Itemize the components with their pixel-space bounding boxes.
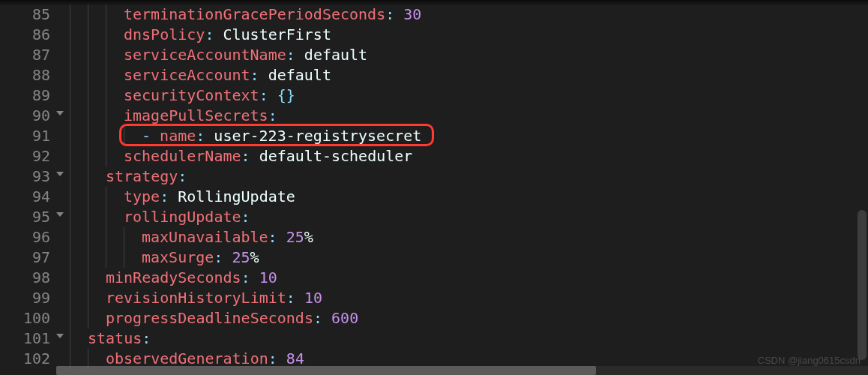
code-line[interactable]: terminationGracePeriodSeconds: 30 — [70, 4, 868, 25]
token: : — [385, 5, 394, 23]
code-line[interactable]: imagePullSecrets: — [70, 106, 868, 126]
line-number: 86 — [0, 25, 56, 45]
code-line[interactable]: maxSurge: 25% — [70, 248, 868, 268]
token — [268, 86, 277, 104]
indent-guide — [88, 227, 88, 248]
indent-guide — [106, 207, 106, 227]
line-number: 97 — [0, 248, 56, 268]
token: strategy — [106, 167, 178, 185]
code-line[interactable]: progressDeadlineSeconds: 600 — [70, 308, 868, 328]
indent-guide — [70, 207, 70, 227]
code-line[interactable]: revisionHistoryLimit: 10 — [70, 288, 868, 308]
line-number: 96 — [0, 227, 56, 248]
code-line[interactable]: minReadySeconds: 10 — [70, 268, 868, 288]
code-line[interactable]: securityContext: {} — [70, 86, 868, 106]
token: : — [214, 248, 223, 266]
token: observedGeneration — [106, 350, 268, 368]
token: maxUnavailable — [142, 228, 268, 246]
indent-guide — [106, 65, 106, 86]
indent-guide — [70, 187, 70, 207]
token: default-scheduler — [250, 147, 413, 165]
line-number: 95 — [0, 207, 56, 227]
token: : — [241, 147, 250, 165]
token: maxSurge — [142, 248, 214, 266]
token: securityContext — [124, 86, 259, 104]
indent-guide — [70, 328, 70, 349]
code-line[interactable]: status: — [70, 328, 868, 349]
line-number: 92 — [0, 146, 56, 166]
code-line[interactable]: strategy: — [70, 166, 868, 187]
token: 84 — [286, 350, 304, 368]
code-line[interactable]: serviceAccountName: default — [70, 45, 868, 65]
indent-guide — [106, 187, 106, 207]
line-number-gutter: 858687888990919293949596979899100101102 — [0, 0, 56, 375]
token: : — [259, 86, 268, 104]
token: : — [313, 309, 322, 327]
indent-guide — [88, 65, 88, 86]
indent-guide — [70, 4, 70, 25]
token: : — [160, 188, 169, 206]
code-line[interactable]: maxUnavailable: 25% — [70, 227, 868, 248]
token: : — [205, 26, 214, 44]
token: 10 — [304, 289, 322, 307]
vertical-scrollbar[interactable] — [858, 210, 867, 360]
token: 25 — [232, 248, 250, 266]
token — [277, 350, 286, 368]
indent-guide — [124, 227, 124, 248]
token: name — [160, 127, 196, 145]
indent-guide — [88, 288, 88, 308]
line-number: 88 — [0, 65, 56, 86]
token: minReadySeconds — [106, 268, 241, 286]
line-number: 102 — [0, 349, 56, 369]
indent-guide — [106, 126, 106, 146]
indent-guide — [70, 65, 70, 86]
indent-guide — [70, 86, 70, 106]
code-line[interactable]: rollingUpdate: — [70, 207, 868, 227]
line-number: 90 — [0, 106, 56, 126]
horizontal-scrollbar-track[interactable] — [56, 366, 868, 375]
token: : — [241, 268, 250, 286]
token: default — [295, 46, 367, 64]
watermark: CSDN @jiang0615csdn — [758, 350, 861, 370]
indent-guide — [88, 166, 88, 187]
indent-guide — [106, 86, 106, 106]
token: - — [142, 127, 160, 145]
code-editor[interactable]: 858687888990919293949596979899100101102 … — [0, 0, 868, 375]
token: : — [250, 66, 259, 84]
token: : — [241, 208, 250, 226]
indent-guide — [106, 146, 106, 166]
code-line[interactable]: dnsPolicy: ClusterFirst — [70, 25, 868, 45]
indent-guide — [106, 45, 106, 65]
code-line[interactable]: type: RollingUpdate — [70, 187, 868, 207]
token: : — [286, 46, 295, 64]
indent-guide — [106, 248, 106, 268]
token: revisionHistoryLimit — [106, 289, 286, 307]
indent-guide — [88, 86, 88, 106]
indent-guide — [70, 248, 70, 268]
indent-guide — [88, 308, 88, 328]
code-line[interactable]: - name: user-223-registrysecret — [70, 126, 868, 146]
indent-guide — [70, 106, 70, 126]
line-number: 89 — [0, 86, 56, 106]
indent-guide — [106, 4, 106, 25]
token: RollingUpdate — [169, 188, 295, 206]
token: : — [178, 167, 187, 185]
code-line[interactable]: schedulerName: default-scheduler — [70, 146, 868, 166]
token: default — [259, 66, 331, 84]
token: : — [268, 350, 277, 368]
indent-guide — [70, 227, 70, 248]
indent-guide — [70, 308, 70, 328]
indent-guide — [88, 126, 88, 146]
token: 30 — [403, 5, 421, 23]
token: {} — [277, 86, 295, 104]
horizontal-scrollbar-thumb[interactable] — [56, 366, 596, 375]
token — [394, 5, 403, 23]
code-area[interactable]: terminationGracePeriodSeconds: 30dnsPoli… — [56, 0, 868, 375]
indent-guide — [88, 25, 88, 45]
line-number: 91 — [0, 126, 56, 146]
code-line[interactable]: serviceAccount: default — [70, 65, 868, 86]
indent-guide — [70, 45, 70, 65]
indent-guide — [88, 4, 88, 25]
token: serviceAccount — [124, 66, 250, 84]
indent-guide — [124, 248, 124, 268]
